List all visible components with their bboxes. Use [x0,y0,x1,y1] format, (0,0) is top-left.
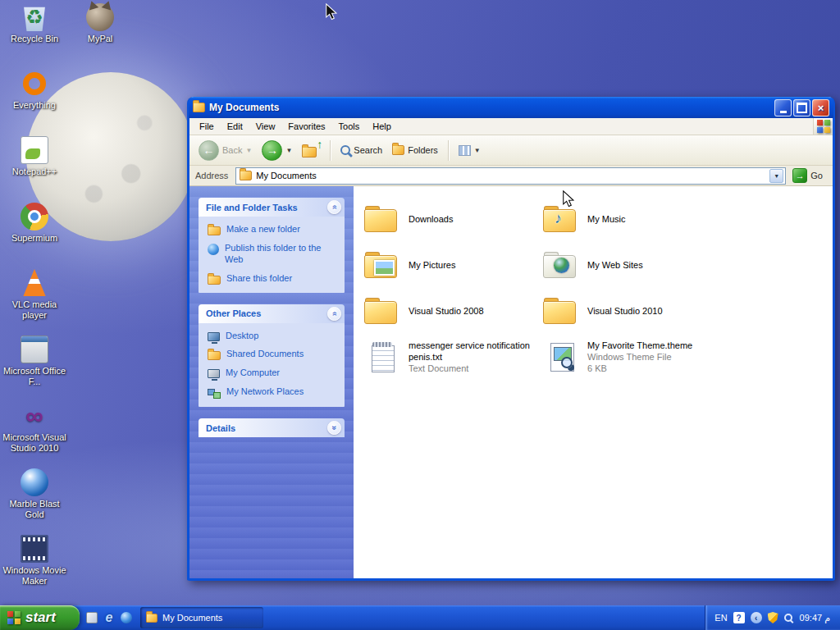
desktop-icon-label: Recycle Bin [2,34,66,44]
task-link[interactable]: My Computer [208,368,340,379]
task-link-label: My Computer [226,368,280,379]
quick-launch-icon[interactable] [120,611,133,624]
section-title: Details [206,423,235,433]
taskbar-button[interactable]: My Documents [140,607,263,628]
taskbar-buttons: My Documents [139,605,263,630]
file-icon [363,341,401,372]
task-link-label: Publish this folder to the Web [225,243,340,266]
close-button[interactable]: × [812,99,829,116]
file-icon-overlay [542,203,580,235]
window-titlebar[interactable]: My Documents × [189,97,833,118]
collapse-chevron-icon[interactable]: » [327,307,341,321]
task-link-label: Share this folder [226,273,292,285]
search-icon [340,145,350,155]
section-title: File and Folder Tasks [206,203,298,212]
desktop-icon[interactable]: Windows Movie Maker [2,535,66,601]
address-dropdown-button[interactable]: ▼ [769,169,783,183]
explorer-window: My Documents × File Edit View Favorites … [187,97,835,581]
quick-launch-icon[interactable]: e [103,611,116,624]
task-link[interactable]: My Network Places [208,386,340,399]
maximize-button[interactable] [793,99,810,116]
desktop-icon-label: Notepad++ [2,167,66,177]
desktop-icon-image [21,535,48,563]
task-link-icon [208,332,220,341]
task-link-label: My Network Places [226,386,304,398]
task-link[interactable]: Desktop [208,331,340,342]
window-title: My Documents [209,102,770,113]
task-link[interactable]: Publish this folder to the Web [208,243,340,266]
other-places-section: Other Places » Desktop Shared Documents … [199,304,345,408]
file-name: Visual Studio 2010 [587,305,663,317]
back-dropdown-icon: ▼ [245,147,252,154]
start-button[interactable]: start [0,605,80,630]
quick-launch-icon[interactable] [85,611,98,624]
back-button[interactable]: ← Back ▼ [194,138,256,163]
minimize-button[interactable] [774,99,792,116]
file-tile[interactable]: Visual Studio 2010 [537,288,716,334]
expand-chevron-icon[interactable]: » [327,421,341,435]
menu-item[interactable]: Help [366,119,398,134]
desktop-icon[interactable]: VLC media player [2,269,66,336]
menu-item[interactable]: View [249,119,282,134]
address-label: Address [193,171,231,180]
forward-icon: → [262,140,282,161]
folders-button[interactable]: Folders [388,143,442,158]
other-places-header[interactable]: Other Places » [199,304,345,323]
desktop-icon[interactable]: Supermium [2,203,66,269]
go-button[interactable]: → Go [791,168,829,183]
desktop-icon[interactable]: Notepad++ [2,136,66,203]
file-tile[interactable]: My Web Sites [537,242,716,288]
security-shield-icon[interactable] [768,612,778,623]
collapse-chevron-icon[interactable]: » [327,200,341,214]
desktop-icon-label: Microsoft Visual Studio 2010 [2,432,66,454]
file-tile[interactable]: messenger service notification penis.txt… [358,334,537,380]
language-indicator[interactable]: EN [714,613,727,623]
menu-item[interactable]: Edit [221,119,249,134]
task-link-icon [208,369,220,378]
windows-logo-icon [817,120,830,133]
file-tile[interactable]: Downloads [358,196,537,242]
file-folder-tasks-section: File and Folder Tasks » Make a new folde… [199,198,345,293]
file-name: messenger service notification penis.txt [409,340,536,363]
search-button[interactable]: Search [336,143,386,158]
file-tile[interactable]: My Pictures [358,242,537,288]
clock[interactable]: 09:47 م [798,613,830,623]
window-folder-icon [193,103,205,112]
taskbar: start e My Documents EN ? ‹ 09:47 م [0,605,840,630]
menu-item[interactable]: Favorites [281,119,331,134]
help-tray-icon[interactable]: ? [733,612,745,623]
desktop-icon[interactable]: Microsoft Office F... [2,336,66,402]
address-input[interactable]: My Documents ▼ [235,167,786,185]
file-icon-overlay [363,203,401,235]
views-button[interactable]: ▼ [454,143,485,158]
search-tray-icon[interactable] [784,614,792,622]
file-folder-tasks-header[interactable]: File and Folder Tasks » [199,198,345,217]
task-link-icon [208,226,221,235]
file-icon [363,203,401,235]
task-link[interactable]: Share this folder [208,273,340,285]
desktop-icon[interactable]: Microsoft Visual Studio 2010 [2,402,66,468]
file-tile[interactable]: My Favorite Theme.theme Windows Theme Fi… [537,334,716,380]
hide-icons-chevron-icon[interactable]: ‹ [751,612,762,623]
desktop-icon[interactable]: MyPal [68,3,132,70]
file-tile[interactable]: Visual Studio 2008 [358,288,537,334]
file-tile[interactable]: My Music [537,196,716,242]
task-link[interactable]: Make a new folder [208,224,340,235]
desktop-icon[interactable]: Marble Blast Gold [2,468,66,535]
menu-item[interactable]: File [193,119,221,134]
menu-item[interactable]: Tools [332,119,367,134]
desktop-icon[interactable]: Everything [2,70,66,136]
file-icon-overlay [542,341,580,372]
forward-button[interactable]: → ▼ [258,138,296,163]
desktop-icon-image [21,468,48,496]
up-button[interactable]: ↑ [298,139,324,161]
file-icon [363,295,401,326]
details-header[interactable]: Details » [199,418,345,437]
file-icon [363,249,401,281]
back-icon: ← [199,140,219,161]
task-link-icon [208,276,221,285]
taskbar-button-icon [146,614,158,623]
desktop-icon[interactable]: Recycle Bin [2,3,66,70]
task-link[interactable]: Shared Documents [208,349,340,360]
desktop-icon-image [21,70,48,98]
